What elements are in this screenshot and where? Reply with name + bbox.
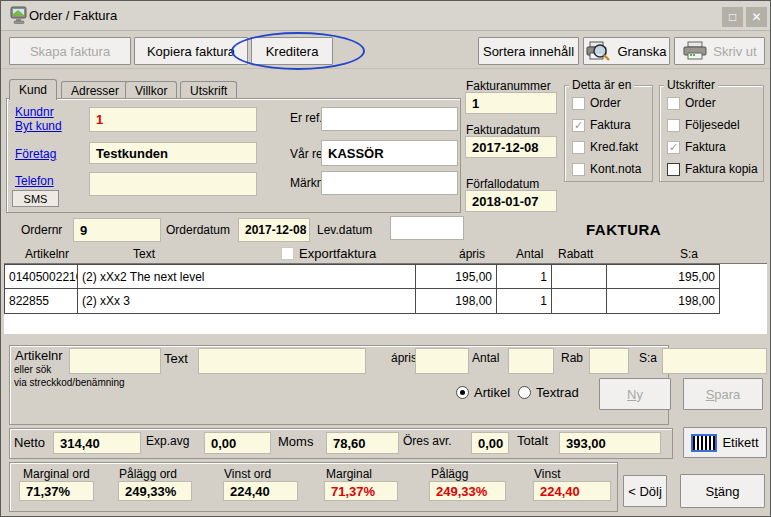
cell-sa: 198,00 — [607, 289, 720, 314]
expavg-field[interactable]: 0,00 — [204, 432, 271, 454]
utskrifter-title: Utskrifter — [664, 78, 718, 92]
palagg-field: 249,33% — [429, 481, 506, 501]
checkbox-row-kredfakt[interactable]: Kred.fakt — [572, 140, 638, 154]
spara-label: Spara — [706, 387, 741, 402]
tab-utskrift[interactable]: Utskrift — [180, 81, 237, 99]
entry-rab-label: Rab — [561, 351, 583, 365]
tab-adresser[interactable]: Adresser — [61, 81, 129, 99]
kundnr-field[interactable]: 1 — [89, 107, 257, 132]
moms-field[interactable]: 78,60 — [326, 432, 399, 454]
artikel-radio[interactable] — [456, 386, 469, 399]
ordernr-field[interactable]: 9 — [73, 218, 161, 242]
barcode-icon — [691, 434, 717, 452]
exportfaktura-label: Exportfaktura — [299, 246, 376, 261]
checkbox-row-foljesedel[interactable]: Följesedel — [667, 118, 740, 132]
checkbox-row-faktura-kopia[interactable]: Faktura kopia — [667, 162, 758, 176]
sms-button[interactable]: SMS — [12, 190, 59, 207]
print-faktura-checkbox[interactable]: ✓ — [667, 141, 680, 154]
byt-kund-link[interactable]: Byt kund — [15, 119, 62, 133]
sortera-innehall-button[interactable]: Sortera innehåll — [478, 37, 579, 65]
checkbox-row-faktura[interactable]: ✓Faktura — [572, 118, 631, 132]
kont-nota-checkbox[interactable] — [572, 163, 585, 176]
cell-antal: 1 — [497, 264, 552, 289]
kundnr-link[interactable]: Kundnr — [15, 105, 54, 119]
tab-villkor[interactable]: Villkor — [125, 81, 177, 99]
foretag-link[interactable]: Företag — [15, 147, 56, 161]
entry-artikelnr-input[interactable] — [69, 348, 161, 374]
dolj-button[interactable]: < Dölj — [623, 475, 667, 507]
skapa-faktura-button[interactable]: Skapa faktura — [9, 37, 131, 65]
entry-text-input[interactable] — [198, 348, 366, 374]
granska-button[interactable]: Granska — [583, 37, 670, 65]
col-text-header: Text — [133, 247, 155, 261]
forfallodatum-field[interactable]: 2018-01-07 — [465, 190, 557, 212]
close-button[interactable]: ✕ — [746, 7, 767, 27]
ny-label: Ny — [627, 387, 643, 402]
expavg-label: Exp.avg — [146, 434, 189, 448]
entry-apris-input[interactable] — [415, 348, 469, 374]
checkbox-row-kontnota[interactable]: Kont.nota — [572, 162, 641, 176]
palagg-label: Pålägg — [431, 467, 468, 481]
orderdatum-label: Orderdatum — [166, 223, 230, 237]
telefon-field[interactable] — [89, 172, 257, 196]
fakturanummer-field[interactable]: 1 — [465, 92, 557, 114]
faktura-checkbox[interactable]: ✓ — [572, 119, 585, 132]
entry-sa-input[interactable] — [662, 348, 767, 374]
checkbox-row-print-faktura[interactable]: ✓Faktura — [667, 140, 726, 154]
fakturadatum-field[interactable]: 2017-12-08 — [465, 136, 557, 158]
checkbox-row-order[interactable]: Order — [572, 96, 621, 110]
foljesedel-checkbox[interactable] — [667, 119, 680, 132]
cell-artikelnr: 01405002210300 — [4, 264, 78, 289]
faktura-kopia-checkbox[interactable] — [667, 163, 680, 176]
palagg-ord-field: 249,33% — [118, 481, 192, 501]
faktura-kopia-label: Faktura kopia — [685, 162, 758, 176]
tab-kund[interactable]: Kund — [9, 79, 57, 100]
stang-button[interactable]: Stäng — [680, 474, 765, 508]
var-ref-field[interactable]: KASSÖR — [321, 140, 458, 166]
textrad-radio[interactable] — [518, 386, 531, 399]
kopiera-faktura-button[interactable]: Kopiera faktura — [134, 37, 248, 65]
artikel-radio-label: Artikel — [474, 385, 510, 400]
vinst-ord-label: Vinst ord — [224, 467, 271, 481]
markn-field[interactable] — [321, 171, 458, 195]
artikel-radio-row[interactable]: Artikel — [456, 385, 510, 400]
ny-button[interactable]: Ny — [599, 378, 671, 410]
via-streckkod-label: via streckkod/benämning — [14, 377, 125, 388]
entry-rab-input[interactable] — [589, 348, 629, 374]
cell-text: (2) xXx 3 — [78, 289, 416, 314]
detta-ar-en-title: Detta är en — [569, 78, 634, 92]
print-preview-icon — [586, 41, 612, 61]
netto-field[interactable]: 314,40 — [53, 432, 141, 454]
checkbox-row-print-order[interactable]: Order — [667, 96, 716, 110]
fakturadatum-label: Fakturadatum — [466, 123, 540, 137]
palagg-ord-label: Pålägg ord — [119, 467, 177, 481]
order-faktura-window: Order / Faktura □ ✕ Skapa faktura Kopier… — [0, 0, 771, 517]
textrad-radio-row[interactable]: Textrad — [518, 385, 579, 400]
cell-antal: 1 — [497, 289, 552, 314]
spara-button[interactable]: Spara — [683, 378, 763, 410]
table-row[interactable]: 822855 (2) xXx 3 198,00 1 198,00 — [4, 289, 767, 314]
maximize-button[interactable]: □ — [722, 7, 743, 27]
print-order-checkbox[interactable] — [667, 97, 680, 110]
totalt-field[interactable]: 393,00 — [559, 432, 661, 454]
table-row[interactable]: 01405002210300 (2) xXx2 The next level 1… — [4, 264, 767, 289]
order-checkbox[interactable] — [572, 97, 585, 110]
entry-sa-label: S:a — [639, 351, 657, 365]
etikett-button[interactable]: Etikett — [683, 427, 767, 458]
levdatum-field[interactable] — [390, 216, 464, 240]
marginal-ord-field: 71,37% — [19, 481, 94, 501]
orderdatum-field[interactable]: 2017-12-08 — [238, 218, 310, 242]
skriv-ut-button[interactable]: Skriv ut — [674, 37, 765, 65]
vinst-ord-field: 224,40 — [223, 481, 298, 501]
entry-antal-input[interactable] — [508, 348, 554, 374]
app-icon — [10, 6, 29, 25]
telefon-link[interactable]: Telefon — [15, 174, 54, 188]
exportfaktura-checkbox[interactable] — [281, 247, 294, 260]
kreditera-button[interactable]: Kreditera — [251, 37, 333, 65]
foretag-field[interactable]: Testkunden — [89, 142, 257, 164]
er-ref-field[interactable] — [321, 107, 458, 131]
kred-fakt-checkbox[interactable] — [572, 141, 585, 154]
oresavr-field[interactable]: 0,00 — [471, 432, 509, 454]
exportfaktura-row[interactable]: Exportfaktura — [281, 246, 376, 261]
stang-label: Stäng — [706, 484, 740, 499]
